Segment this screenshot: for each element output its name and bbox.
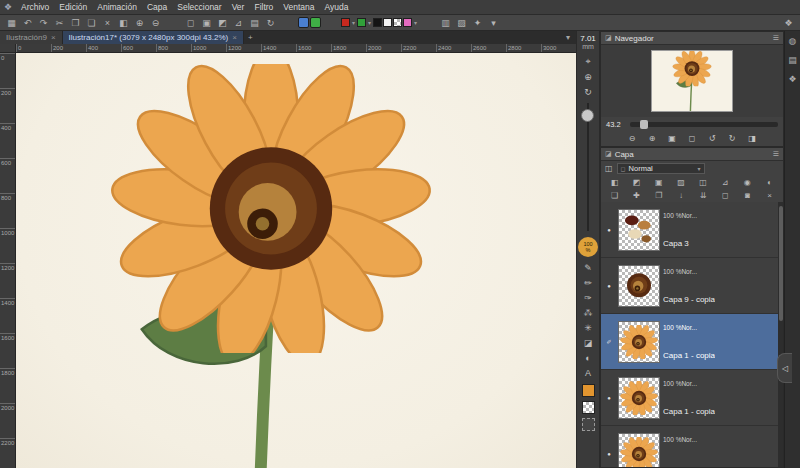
- layer-row-capa1-copia-selected[interactable]: ✐ 100 %Nor... Capa 1 - copia: [601, 314, 783, 370]
- fill-icon[interactable]: ◧: [116, 16, 131, 29]
- layer-row-capa9-copia[interactable]: ● 100 %Nor... Capa 9 - copia: [601, 258, 783, 314]
- blend-mode-dropdown[interactable]: ◻ Normal ▾: [617, 163, 705, 174]
- layer-thumbnail[interactable]: [618, 377, 660, 419]
- panel-menu-icon[interactable]: ☰: [773, 150, 779, 158]
- select-rectangle-icon[interactable]: ◻: [183, 16, 198, 29]
- close-icon[interactable]: ×: [51, 33, 56, 42]
- tab-overflow-button[interactable]: ▾: [560, 31, 576, 44]
- clip-studio-green-icon[interactable]: [310, 17, 321, 28]
- redo-icon[interactable]: ↷: [36, 16, 51, 29]
- ruler-icon[interactable]: ⊿: [719, 178, 732, 187]
- zoom-in-icon[interactable]: ⊕: [646, 134, 659, 143]
- slider-knob[interactable]: [581, 109, 594, 122]
- layer-panel-header[interactable]: ◪ Capa ☰: [601, 148, 783, 161]
- zoom-100-icon[interactable]: ▣: [666, 134, 679, 143]
- zoom-out-icon[interactable]: ⊖: [148, 16, 163, 29]
- magenta-pattern-chip[interactable]: [403, 18, 412, 27]
- layer-visibility-icon[interactable]: ●: [603, 283, 615, 289]
- workspace-switch-icon[interactable]: ❖: [781, 16, 796, 29]
- airbrush-tool-icon[interactable]: ⁂: [580, 305, 596, 320]
- pattern-swatch[interactable]: [582, 418, 595, 431]
- blend-tool-icon[interactable]: ◐: [580, 350, 596, 365]
- transparent-swatch[interactable]: [582, 401, 595, 414]
- navigator-thumbnail[interactable]: [651, 50, 733, 112]
- delete-icon[interactable]: ×: [100, 16, 115, 29]
- lock-layer-icon[interactable]: ▣: [652, 178, 665, 187]
- invert-selection-icon[interactable]: ◩: [215, 16, 230, 29]
- layer-thumbnail[interactable]: [618, 265, 660, 307]
- current-color-swatch[interactable]: [582, 384, 595, 397]
- more-tools-icon[interactable]: ▾: [486, 16, 501, 29]
- navigator-zoom-slider[interactable]: [630, 122, 778, 127]
- quick-access-icon[interactable]: ◍: [789, 36, 797, 46]
- create-mask-icon[interactable]: ◻: [719, 191, 732, 200]
- lock-transparent-pixels-icon[interactable]: ▨: [674, 178, 687, 187]
- layer-thumbnail[interactable]: [618, 321, 660, 363]
- snap-to-ruler-icon[interactable]: ⊿: [231, 16, 246, 29]
- screentone-icon[interactable]: ▨: [454, 16, 469, 29]
- black-color-chip[interactable]: [373, 18, 382, 27]
- merge-down-icon[interactable]: ⇊: [697, 191, 710, 200]
- menu-item[interactable]: Filtro: [249, 1, 278, 13]
- text-tool-icon[interactable]: A: [580, 365, 596, 380]
- new-raster-layer-icon[interactable]: ❏: [608, 191, 621, 200]
- flip-horizontal-icon[interactable]: ◨: [746, 134, 759, 143]
- deselect-icon[interactable]: ▣: [199, 16, 214, 29]
- apply-mask-icon[interactable]: ◙: [741, 191, 754, 200]
- app-logo-icon[interactable]: ❖: [0, 2, 16, 12]
- new-tab-button[interactable]: +: [244, 31, 257, 44]
- chevron-down-icon[interactable]: ▾: [351, 19, 356, 26]
- new-layer-icon[interactable]: ✚: [630, 191, 643, 200]
- snap-to-grid-icon[interactable]: ▤: [247, 16, 262, 29]
- layer-thumbnail[interactable]: [618, 209, 660, 251]
- undo-icon[interactable]: ↶: [20, 16, 35, 29]
- rotate-view-icon[interactable]: ↻: [263, 16, 278, 29]
- layer-row-capa1-copia[interactable]: ● 100 %Nor... Capa 1 - copia: [601, 370, 783, 426]
- chevron-down-icon[interactable]: ▾: [367, 19, 372, 26]
- layer-visibility-icon[interactable]: ●: [603, 227, 615, 233]
- scrollbar-thumb[interactable]: [779, 206, 783, 321]
- blend-combine-icon[interactable]: ◧: [608, 178, 621, 187]
- layer-list-scrollbar[interactable]: [778, 202, 783, 467]
- layer-row-capa3[interactable]: ● 100 %Nor... Capa 3: [601, 202, 783, 258]
- fit-to-screen-icon[interactable]: ◻: [686, 134, 699, 143]
- navigator-zoom-knob[interactable]: [640, 120, 648, 129]
- menu-item[interactable]: Seleccionar: [172, 1, 226, 13]
- combine-mode-icon[interactable]: ◫: [605, 164, 613, 173]
- rotate-canvas-tool-icon[interactable]: ↻: [580, 84, 596, 99]
- brush-size-slider[interactable]: [580, 103, 596, 231]
- panel-menu-icon[interactable]: ☰: [773, 34, 779, 42]
- layer-row-partial[interactable]: ● 100 %Nor...: [601, 426, 783, 467]
- tab-ilustracion9[interactable]: Ilustración9 ×: [0, 31, 63, 44]
- material-panel-icon[interactable]: ▤: [788, 55, 797, 65]
- menu-item[interactable]: Edición: [54, 1, 92, 13]
- clip-to-layer-below-icon[interactable]: ◩: [630, 178, 643, 187]
- reference-layer-icon[interactable]: ◉: [741, 178, 754, 187]
- rotate-right-icon[interactable]: ↻: [726, 134, 739, 143]
- tab-ilustracion17[interactable]: Ilustración17* (3079 x 2480px 300dpi 43.…: [63, 31, 244, 44]
- canvas[interactable]: [16, 53, 576, 468]
- zoom-in-icon[interactable]: ⊕: [132, 16, 147, 29]
- paste-icon[interactable]: ❏: [84, 16, 99, 29]
- transfer-to-lower-icon[interactable]: ↓: [674, 191, 687, 200]
- clip-studio-blue-icon[interactable]: [298, 17, 309, 28]
- menu-item[interactable]: Ver: [227, 1, 250, 13]
- gradient-icon[interactable]: ▥: [438, 16, 453, 29]
- menu-item[interactable]: Ayuda: [320, 1, 354, 13]
- menu-item[interactable]: Animación: [92, 1, 142, 13]
- pen-tool-icon[interactable]: ✎: [580, 260, 596, 275]
- sub-color-chip[interactable]: [357, 18, 366, 27]
- new-folder-icon[interactable]: ❐: [652, 191, 665, 200]
- menu-item[interactable]: Ventana: [278, 1, 319, 13]
- navigator-header[interactable]: ◪ Navegador ☰: [601, 32, 783, 45]
- navigate-tool-icon[interactable]: ⌖: [580, 54, 596, 69]
- menu-item[interactable]: Archivo: [16, 1, 54, 13]
- delete-layer-icon[interactable]: ×: [763, 191, 776, 200]
- menu-item[interactable]: Capa: [142, 1, 172, 13]
- copy-icon[interactable]: ❐: [68, 16, 83, 29]
- color-history-icon[interactable]: ❖: [788, 74, 796, 84]
- layer-edit-pen-icon[interactable]: ✐: [603, 338, 615, 345]
- workspace-grid-icon[interactable]: ▦: [4, 16, 19, 29]
- chevron-down-icon[interactable]: ▾: [413, 19, 418, 26]
- opacity-badge[interactable]: 100 %: [578, 237, 598, 257]
